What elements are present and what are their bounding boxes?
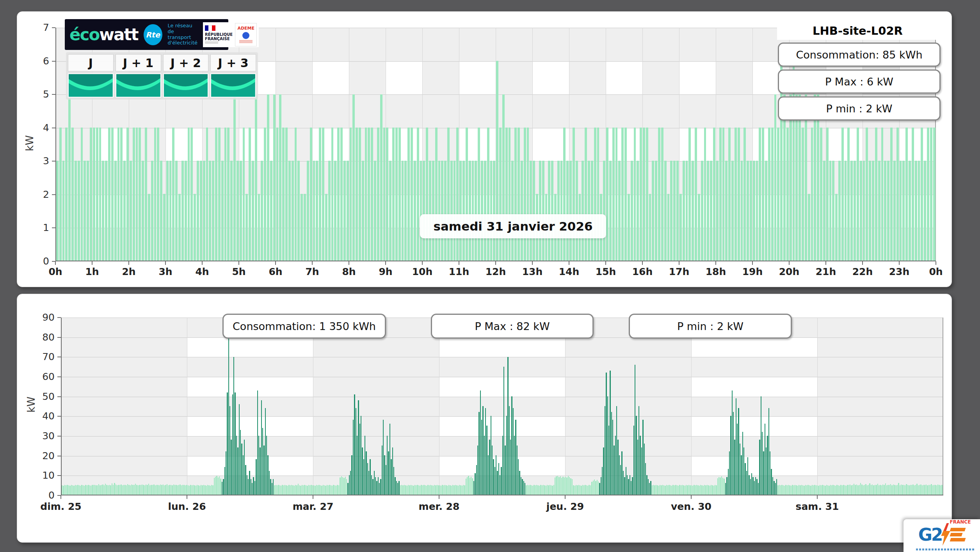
consumption-bar[interactable]	[486, 426, 487, 495]
consumption-bar[interactable]	[341, 476, 342, 495]
button-day-j3[interactable]: J + 3	[210, 54, 256, 71]
consumption-bar[interactable]	[795, 485, 795, 495]
consumption-bar[interactable]	[176, 485, 176, 495]
consumption-bar[interactable]	[299, 485, 300, 495]
consumption-bar[interactable]	[881, 485, 882, 495]
consumption-bar[interactable]	[797, 486, 798, 495]
consumption-bar[interactable]	[288, 161, 291, 261]
consumption-bar[interactable]	[569, 477, 570, 495]
consumption-bar[interactable]	[704, 485, 705, 495]
consumption-bar[interactable]	[188, 128, 190, 261]
consumption-bar[interactable]	[310, 128, 312, 261]
consumption-bar[interactable]	[247, 475, 247, 495]
consumption-bar[interactable]	[458, 486, 459, 495]
consumption-bar[interactable]	[159, 485, 160, 495]
consumption-bar[interactable]	[530, 161, 532, 261]
consumption-bar[interactable]	[935, 485, 936, 495]
consumption-bar[interactable]	[598, 481, 599, 495]
consumption-bar[interactable]	[405, 485, 406, 495]
consumption-bar[interactable]	[610, 371, 610, 495]
consumption-bar[interactable]	[266, 436, 267, 495]
consumption-bar[interactable]	[267, 455, 268, 495]
consumption-bar[interactable]	[921, 128, 923, 261]
consumption-bar[interactable]	[887, 161, 889, 261]
consumption-bar[interactable]	[705, 485, 706, 495]
consumption-bar[interactable]	[897, 485, 898, 495]
consumption-bar[interactable]	[139, 485, 140, 495]
consumption-bar[interactable]	[71, 485, 72, 495]
consumption-bar[interactable]	[816, 485, 816, 495]
consumption-bar[interactable]	[609, 161, 612, 261]
consumption-bar[interactable]	[319, 128, 321, 261]
consumption-bar[interactable]	[708, 485, 709, 495]
consumption-bar[interactable]	[664, 161, 667, 261]
consumption-bar[interactable]	[747, 457, 748, 495]
consumption-bar[interactable]	[108, 485, 108, 495]
consumption-bar[interactable]	[827, 485, 828, 495]
consumption-bar[interactable]	[255, 94, 257, 261]
consumption-bar[interactable]	[904, 485, 904, 495]
consumption-bar[interactable]	[270, 161, 272, 261]
consumption-bar[interactable]	[624, 128, 627, 261]
consumption-bar[interactable]	[464, 485, 465, 495]
consumption-bar[interactable]	[382, 446, 382, 495]
consumption-bar[interactable]	[898, 483, 899, 495]
consumption-bar[interactable]	[109, 485, 110, 495]
consumption-bar[interactable]	[401, 485, 402, 495]
consumption-bar[interactable]	[879, 485, 879, 495]
consumption-bar[interactable]	[81, 485, 82, 495]
consumption-bar[interactable]	[793, 485, 794, 495]
consumption-bar[interactable]	[426, 486, 427, 495]
consumption-bar[interactable]	[863, 485, 864, 495]
consumption-bar[interactable]	[606, 373, 606, 495]
consumption-bar[interactable]	[777, 485, 778, 495]
consumption-bar[interactable]	[414, 485, 415, 495]
consumption-bar[interactable]	[615, 128, 618, 261]
consumption-bar[interactable]	[900, 161, 902, 261]
consumption-bar[interactable]	[524, 128, 526, 261]
consumption-bar[interactable]	[134, 485, 135, 495]
consumption-bar[interactable]	[813, 485, 814, 495]
consumption-bar[interactable]	[919, 485, 920, 495]
consumption-bar[interactable]	[756, 161, 758, 261]
consumption-bar[interactable]	[731, 161, 734, 261]
consumption-bar[interactable]	[332, 486, 333, 495]
consumption-bar[interactable]	[586, 485, 587, 495]
consumption-bar[interactable]	[841, 128, 844, 261]
consumption-bar[interactable]	[186, 485, 187, 495]
button-day-j1[interactable]: J + 1	[116, 54, 161, 71]
consumption-bar[interactable]	[123, 161, 126, 261]
consumption-bar[interactable]	[240, 430, 241, 495]
consumption-bar[interactable]	[117, 128, 120, 261]
consumption-bar[interactable]	[408, 485, 409, 495]
consumption-bar[interactable]	[557, 476, 558, 495]
consumption-bar[interactable]	[500, 475, 500, 495]
consumption-bar[interactable]	[285, 485, 285, 495]
consumption-bar[interactable]	[677, 485, 678, 495]
consumption-bar[interactable]	[181, 485, 182, 495]
consumption-bar[interactable]	[102, 485, 103, 495]
consumption-bar[interactable]	[738, 408, 739, 495]
consumption-bar[interactable]	[362, 161, 364, 261]
consumption-bar[interactable]	[896, 485, 896, 495]
consumption-bar[interactable]	[536, 485, 537, 495]
consumption-bar[interactable]	[492, 446, 493, 495]
consumption-bar[interactable]	[941, 485, 942, 495]
consumption-bar[interactable]	[155, 485, 156, 495]
consumption-bar[interactable]	[79, 485, 80, 495]
consumption-bar[interactable]	[146, 485, 146, 495]
consumption-bar[interactable]	[390, 424, 390, 495]
consumption-bar[interactable]	[878, 161, 880, 261]
consumption-bar[interactable]	[835, 486, 836, 495]
consumption-bar[interactable]	[144, 485, 145, 495]
consumption-bar[interactable]	[498, 463, 499, 495]
consumption-bar[interactable]	[665, 486, 665, 495]
consumption-bar[interactable]	[915, 485, 916, 495]
consumption-bar[interactable]	[590, 485, 591, 495]
consumption-bar[interactable]	[553, 485, 554, 495]
consumption-bar[interactable]	[160, 485, 161, 495]
consumption-bar[interactable]	[766, 447, 767, 495]
consumption-bar[interactable]	[226, 451, 226, 495]
consumption-bar[interactable]	[149, 485, 150, 495]
consumption-bar[interactable]	[102, 161, 104, 261]
